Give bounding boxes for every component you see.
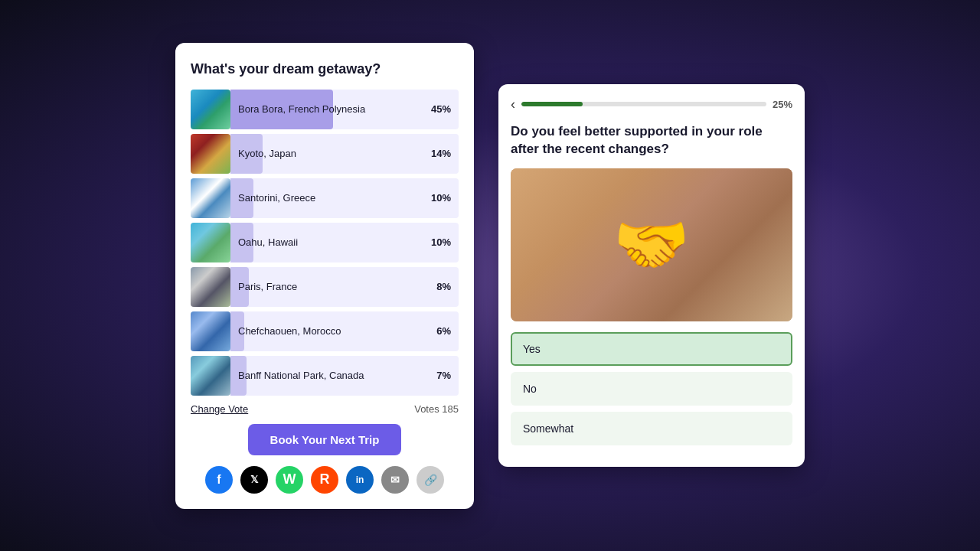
share-linkedin[interactable]: in	[346, 466, 374, 494]
progress-fill	[521, 102, 583, 106]
poll-footer: Change Vote Votes 185	[191, 403, 459, 415]
poll-thumb-paris	[191, 267, 230, 307]
poll-options: Bora Bora, French Polynesia45%Kyoto, Jap…	[191, 90, 459, 396]
right-survey-card: ‹ 25% Do you feel better supported in yo…	[498, 84, 805, 468]
poll-row-bora-bora[interactable]: Bora Bora, French Polynesia45%	[191, 90, 459, 129]
poll-thumb-oahu	[191, 223, 230, 262]
poll-row-banff[interactable]: Banff National Park, Canada7%	[191, 356, 459, 396]
poll-row-paris[interactable]: Paris, France8%	[191, 267, 459, 307]
poll-pct-banff: 7%	[436, 370, 459, 381]
team-photo	[511, 168, 792, 321]
poll-bar-wrap-bora-bora: Bora Bora, French Polynesia45%	[230, 90, 459, 129]
poll-row-santorini[interactable]: Santorini, Greece10%	[191, 178, 459, 218]
share-whatsapp[interactable]: W	[276, 466, 303, 494]
share-facebook[interactable]: f	[205, 466, 233, 494]
left-poll-card: What's your dream getaway? Bora Bora, Fr…	[175, 43, 474, 509]
share-email[interactable]: ✉	[381, 466, 409, 494]
poll-row-kyoto[interactable]: Kyoto, Japan14%	[191, 134, 459, 174]
poll-label-banff: Banff National Park, Canada	[230, 370, 436, 381]
poll-pct-kyoto: 14%	[431, 148, 459, 159]
share-reddit[interactable]: R	[311, 466, 338, 494]
poll-thumb-santorini	[191, 178, 230, 218]
poll-pct-paris: 8%	[436, 281, 459, 292]
progress-bar-section: ‹ 25%	[511, 96, 792, 112]
poll-title: What's your dream getaway?	[191, 61, 459, 77]
share-twitter-x[interactable]: 𝕏	[240, 466, 268, 494]
poll-label-kyoto: Kyoto, Japan	[230, 148, 431, 159]
answer-no[interactable]: No	[511, 372, 792, 406]
poll-bar-wrap-oahu: Oahu, Hawaii10%	[230, 223, 459, 262]
poll-label-oahu: Oahu, Hawaii	[230, 236, 431, 248]
poll-thumb-kyoto	[191, 134, 230, 174]
survey-question: Do you feel better supported in your rol…	[511, 123, 792, 158]
poll-bar-wrap-kyoto: Kyoto, Japan14%	[230, 134, 459, 174]
answers-container: YesNoSomewhat	[511, 332, 792, 445]
social-share-row: f 𝕏 W R in ✉ 🔗	[191, 466, 459, 494]
book-trip-button[interactable]: Book Your Next Trip	[248, 424, 401, 455]
poll-label-santorini: Santorini, Greece	[230, 192, 431, 204]
survey-image	[511, 168, 792, 321]
poll-bar-wrap-banff: Banff National Park, Canada7%	[230, 356, 459, 396]
poll-thumb-bora-bora	[191, 90, 230, 129]
poll-label-bora-bora: Bora Bora, French Polynesia	[230, 103, 431, 115]
poll-label-paris: Paris, France	[230, 281, 436, 292]
progress-track	[521, 102, 766, 106]
poll-bar-wrap-santorini: Santorini, Greece10%	[230, 178, 459, 218]
poll-pct-bora-bora: 45%	[431, 103, 459, 115]
poll-row-chefchaouen[interactable]: Chefchaouen, Morocco6%	[191, 311, 459, 351]
poll-pct-santorini: 10%	[431, 192, 459, 204]
answer-yes[interactable]: Yes	[511, 332, 792, 366]
progress-percent: 25%	[773, 99, 792, 110]
poll-pct-chefchaouen: 6%	[436, 325, 459, 337]
answer-somewhat[interactable]: Somewhat	[511, 412, 792, 445]
poll-thumb-chefchaouen	[191, 311, 230, 351]
poll-row-oahu[interactable]: Oahu, Hawaii10%	[191, 223, 459, 262]
back-button[interactable]: ‹	[511, 96, 515, 112]
poll-bar-wrap-chefchaouen: Chefchaouen, Morocco6%	[230, 311, 459, 351]
change-vote-link[interactable]: Change Vote	[191, 403, 248, 415]
share-copy-link[interactable]: 🔗	[416, 466, 444, 494]
poll-thumb-banff	[191, 356, 230, 396]
poll-label-chefchaouen: Chefchaouen, Morocco	[230, 325, 436, 337]
votes-count: Votes 185	[414, 403, 459, 415]
poll-bar-wrap-paris: Paris, France8%	[230, 267, 459, 307]
poll-pct-oahu: 10%	[431, 236, 459, 248]
